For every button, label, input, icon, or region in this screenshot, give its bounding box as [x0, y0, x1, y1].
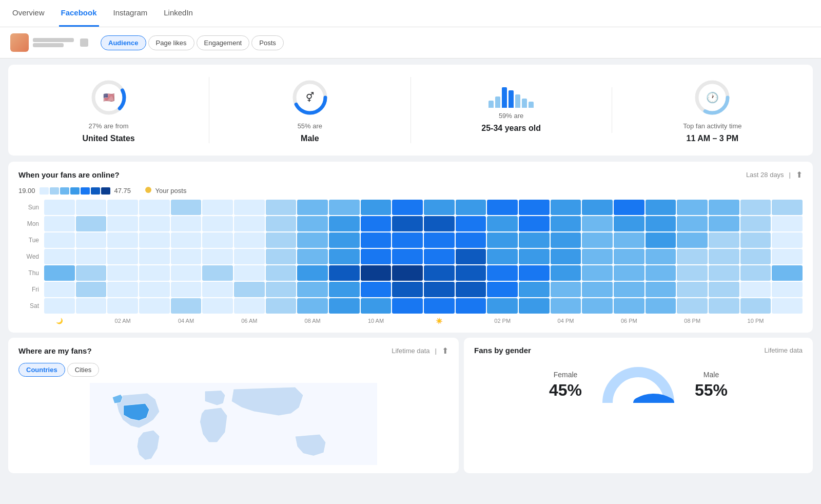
time-label [139, 318, 170, 324]
nav-linkedin[interactable]: LinkedIn [162, 0, 195, 27]
nav-overview[interactable]: Overview [10, 0, 47, 27]
activity-donut: 🕐 [692, 77, 733, 118]
heatmap-cell [107, 232, 138, 248]
heatmap-cell [709, 249, 739, 264]
heatmap-cell [202, 265, 233, 281]
heatmap-cell [297, 249, 328, 264]
heatmap-cell [487, 298, 518, 314]
heatmap-cell [202, 200, 233, 215]
heatmap-cell [456, 282, 486, 297]
time-label: 06 AM [234, 318, 265, 324]
online-fans-section: When your fans are online? Last 28 days … [8, 162, 813, 333]
heatmap-cell [171, 216, 202, 231]
heatmap-cell [456, 298, 486, 314]
heatmap-cell [139, 200, 170, 215]
activity-label: Top fan activity time [683, 122, 741, 130]
time-label [76, 318, 107, 324]
sub-tabs: Audience Page likes Engagement Posts [101, 35, 284, 50]
page-settings-icon [80, 38, 88, 47]
heatmap-cell [424, 282, 455, 297]
heatmap-cell [266, 216, 297, 231]
heatmap-cell [202, 249, 233, 264]
legend-bar [40, 187, 110, 195]
fans-gender-title: Fans by gender [474, 346, 531, 355]
heatmap-cell [551, 216, 581, 231]
legend-min: 19.00 [18, 187, 35, 195]
day-label: Sun [18, 204, 43, 210]
heatmap-cell [234, 232, 265, 248]
tab-cities[interactable]: Cities [67, 363, 100, 377]
tab-audience[interactable]: Audience [101, 35, 146, 50]
heatmap-cell [614, 249, 644, 264]
heatmap-row: Sat [18, 298, 803, 314]
tab-page-likes[interactable]: Page likes [148, 35, 194, 50]
tab-engagement[interactable]: Engagement [197, 35, 250, 50]
online-fans-meta: Last 28 days | ⬆ [746, 170, 803, 180]
heatmap-cell [551, 282, 581, 297]
heatmap-cell [266, 232, 297, 248]
logo-text [33, 38, 74, 47]
where-fans-upload-icon[interactable]: ⬆ [442, 346, 448, 356]
location-value: United States [83, 134, 135, 143]
heatmap-cell [740, 298, 771, 314]
heatmap-cell [424, 265, 455, 281]
heatmap-cell [487, 249, 518, 264]
heatmap-row: Sun [18, 200, 803, 215]
heatmap-cell [234, 216, 265, 231]
heatmap-cell [107, 249, 138, 264]
heatmap-cell [329, 282, 360, 297]
heatmap-cell [297, 265, 328, 281]
heatmap-cell [361, 298, 392, 314]
heatmap-cell [456, 249, 486, 264]
heatmap-cell [424, 232, 455, 248]
heatmap-cell [456, 232, 486, 248]
fans-gender-meta: Lifetime data [765, 346, 803, 354]
heatmap-cell [297, 282, 328, 297]
heatmap-cell [551, 200, 581, 215]
heatmap-cell [44, 265, 75, 281]
where-fans-meta: Lifetime data | ⬆ [392, 346, 448, 356]
time-label [392, 318, 423, 324]
heatmap-cell [361, 200, 392, 215]
tab-posts[interactable]: Posts [251, 35, 284, 50]
time-label [646, 318, 676, 324]
heatmap-cell [677, 200, 708, 215]
nav-facebook[interactable]: Facebook [59, 0, 99, 27]
heatmap-cell [677, 298, 708, 314]
time-label [329, 318, 360, 324]
male-label: Male [703, 371, 719, 379]
heatmap-cell [424, 200, 455, 215]
heatmap-cell [171, 232, 202, 248]
heatmap-cell [202, 282, 233, 297]
heatmap-cell [772, 216, 803, 231]
tab-countries[interactable]: Countries [18, 363, 65, 377]
heatmap-cell [614, 298, 644, 314]
day-label: Thu [18, 270, 43, 276]
page-logo [10, 33, 74, 52]
heatmap-cell [76, 216, 107, 231]
time-label: 02 PM [487, 318, 518, 324]
heatmap-cell [171, 298, 202, 314]
heatmap-cell [424, 216, 455, 231]
heatmap-cell [392, 200, 423, 215]
your-posts-legend: Your posts [145, 187, 186, 195]
heatmap-cell [582, 216, 613, 231]
gender-label: 55% are [298, 122, 322, 130]
heatmap-cell [361, 216, 392, 231]
upload-icon[interactable]: ⬆ [796, 170, 803, 180]
heatmap-cell [234, 265, 265, 281]
time-label [582, 318, 613, 324]
time-label: 08 PM [677, 318, 708, 324]
heatmap-cell [329, 249, 360, 264]
legend-cell-6 [91, 187, 100, 195]
heatmap-cell [740, 265, 771, 281]
heatmap-cell [677, 232, 708, 248]
heatmap-cell [171, 282, 202, 297]
heatmap-cell [107, 298, 138, 314]
summary-activity: 🕐 Top fan activity time 11 AM – 3 PM [612, 77, 813, 143]
logo-line-2 [33, 43, 64, 47]
time-label: 06 PM [614, 318, 644, 324]
nav-instagram[interactable]: Instagram [111, 0, 150, 27]
heatmap-cell [582, 298, 613, 314]
time-label: 04 PM [551, 318, 581, 324]
